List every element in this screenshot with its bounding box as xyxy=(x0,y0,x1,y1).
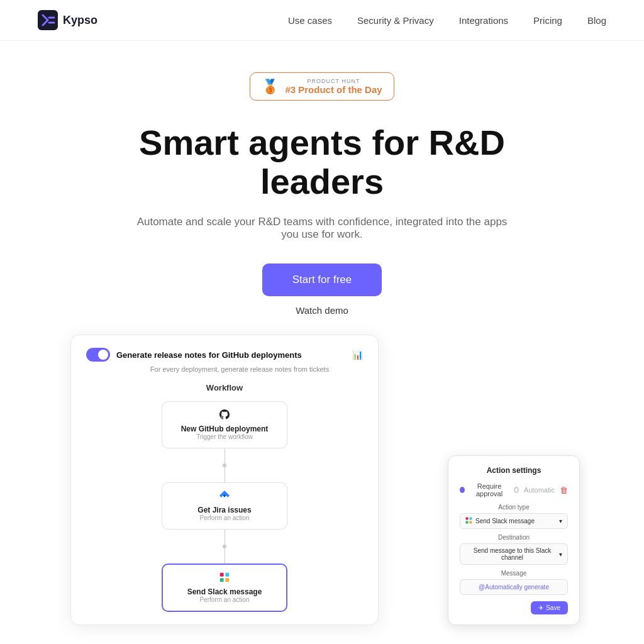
start-for-free-button[interactable]: Start for free xyxy=(262,264,382,296)
connector-3 xyxy=(225,530,225,545)
logo[interactable]: Kypso xyxy=(38,10,97,30)
save-label: Save xyxy=(546,604,560,611)
logo-text: Kypso xyxy=(63,14,97,27)
nav-security[interactable]: Security & Privacy xyxy=(357,15,434,26)
automatic-radio[interactable] xyxy=(514,487,519,493)
ph-badge-text: PRODUCT HUNT #3 Product of the Day xyxy=(285,78,382,95)
action-type-chevron: ▾ xyxy=(559,518,562,525)
svg-rect-6 xyxy=(469,518,472,520)
medal-icon: 🥉 xyxy=(262,79,279,95)
approval-row: Require approval Automatic 🗑 xyxy=(460,482,568,497)
demo-inner: Generate release notes for GitHub deploy… xyxy=(64,328,580,631)
workflow-step-github[interactable]: New GitHub deployment Trigger the workfl… xyxy=(162,401,287,448)
save-row: ✈ Save xyxy=(460,601,568,614)
workflow-toggle[interactable] xyxy=(86,348,110,362)
step1-sub: Trigger the workflow xyxy=(172,433,277,440)
action-type-label: Action type xyxy=(460,504,568,511)
svg-rect-2 xyxy=(225,573,229,577)
workflow-subtitle: For every deployment, generate release n… xyxy=(116,365,363,373)
require-approval-radio[interactable] xyxy=(460,487,465,493)
step3-title: Send Slack message xyxy=(173,587,276,596)
svg-rect-8 xyxy=(469,521,472,524)
automatic-label: Automatic xyxy=(524,486,555,494)
svg-rect-1 xyxy=(220,573,224,577)
send-icon: ✈ xyxy=(538,604,543,611)
workflow-title: Generate release notes for GitHub deploy… xyxy=(116,350,302,360)
svg-rect-7 xyxy=(465,521,468,524)
action-type-field[interactable]: Send Slack message ▾ xyxy=(460,513,568,529)
workflow-card: Generate release notes for GitHub deploy… xyxy=(70,335,379,625)
product-hunt-badge[interactable]: 🥉 PRODUCT HUNT #3 Product of the Day xyxy=(250,72,394,101)
workflow-step-slack[interactable]: Send Slack message Perform an action xyxy=(162,564,287,612)
step1-title: New GitHub deployment xyxy=(172,425,277,433)
message-value: @Automatically generate xyxy=(479,584,549,591)
destination-chevron: ▾ xyxy=(559,551,562,558)
message-field[interactable]: @Automatically generate xyxy=(460,579,568,595)
hero-subtitle: Automate and scale your R&D teams with c… xyxy=(133,216,511,241)
logo-icon xyxy=(38,10,58,30)
nav-pricing[interactable]: Pricing xyxy=(533,15,562,26)
action-type-value: Send Slack message xyxy=(475,518,535,525)
slack-field-icon xyxy=(465,517,472,525)
watch-demo-link[interactable]: Watch demo xyxy=(296,305,348,316)
nav-integrations[interactable]: Integrations xyxy=(459,15,508,26)
workflow-steps: New GitHub deployment Trigger the workfl… xyxy=(86,401,363,612)
connector-2 xyxy=(225,467,225,482)
connector-1 xyxy=(225,448,225,464)
github-icon xyxy=(172,409,277,422)
svg-rect-4 xyxy=(225,579,229,582)
ph-bottom-label: #3 Product of the Day xyxy=(285,84,382,95)
jira-icon xyxy=(172,491,277,503)
navbar: Kypso Use cases Security & Privacy Integ… xyxy=(0,0,644,41)
message-label: Message xyxy=(460,570,568,577)
workflow-header: Generate release notes for GitHub deploy… xyxy=(86,348,363,362)
connector-4 xyxy=(225,548,225,564)
slack-icon xyxy=(173,572,276,585)
toggle-area: Generate release notes for GitHub deploy… xyxy=(86,348,302,362)
step3-sub: Perform an action xyxy=(173,596,276,603)
hero-section: 🥉 PRODUCT HUNT #3 Product of the Day Sma… xyxy=(0,41,644,644)
delete-icon[interactable]: 🗑 xyxy=(560,486,568,495)
step2-sub: Perform an action xyxy=(172,514,277,521)
svg-rect-5 xyxy=(465,518,468,520)
hero-heading: Smart agents for R&D leaders xyxy=(102,123,542,201)
step2-title: Get Jira issues xyxy=(172,506,277,514)
demo-area: Generate release notes for GitHub deploy… xyxy=(64,328,580,631)
action-settings-card: Action settings Require approval Automat… xyxy=(448,455,580,625)
destination-field[interactable]: Send message to this Slack channel ▾ xyxy=(460,543,568,565)
chart-icon: 📊 xyxy=(352,350,363,360)
require-approval-label: Require approval xyxy=(470,482,508,497)
svg-rect-3 xyxy=(220,579,224,582)
save-button[interactable]: ✈ Save xyxy=(531,601,568,614)
ph-top-label: PRODUCT HUNT xyxy=(285,78,382,84)
action-settings-title: Action settings xyxy=(460,466,568,475)
nav-blog[interactable]: Blog xyxy=(587,15,606,26)
nav-use-cases[interactable]: Use cases xyxy=(288,15,332,26)
workflow-section-label: Workflow xyxy=(86,383,363,392)
destination-label: Destination xyxy=(460,534,568,541)
workflow-step-jira[interactable]: Get Jira issues Perform an action xyxy=(162,482,287,530)
destination-value: Send message to this Slack channel xyxy=(465,547,559,561)
nav-links: Use cases Security & Privacy Integration… xyxy=(288,15,606,26)
